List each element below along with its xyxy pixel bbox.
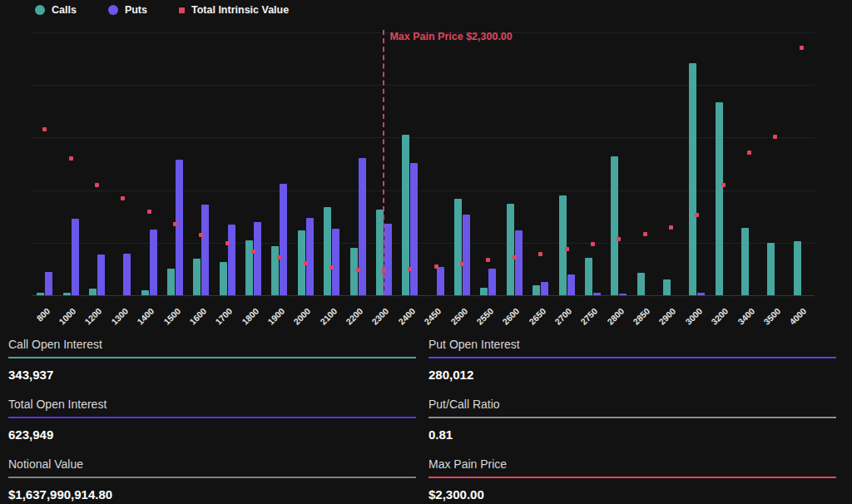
stat-value: 343,937: [8, 368, 416, 382]
call-bar-1600[interactable]: [193, 259, 201, 295]
put-bar-2750[interactable]: [593, 293, 601, 295]
bar-group-2850: [632, 32, 657, 295]
intrinsic-value-dot-2450[interactable]: [434, 264, 438, 269]
put-bar-2200[interactable]: [359, 158, 366, 295]
summary-stats: Call Open Interest343,937Put Open Intere…: [0, 333, 852, 504]
call-bar-2100[interactable]: [324, 207, 331, 295]
intrinsic-value-dot-2100[interactable]: [329, 265, 334, 269]
intrinsic-value-dot-2650[interactable]: [538, 252, 542, 256]
put-bar-2450[interactable]: [437, 267, 444, 295]
intrinsic-value-dot-4000[interactable]: [800, 46, 804, 50]
intrinsic-value-dot-2900[interactable]: [669, 225, 673, 230]
call-bar-2850[interactable]: [637, 273, 645, 295]
intrinsic-value-dot-2750[interactable]: [591, 242, 595, 246]
call-bar-2500[interactable]: [454, 199, 462, 295]
call-bar-3500[interactable]: [767, 243, 775, 295]
intrinsic-value-dot-2850[interactable]: [643, 232, 647, 236]
put-bar-2500[interactable]: [463, 215, 470, 295]
call-bar-2800[interactable]: [611, 156, 618, 295]
bar-group-3500: [762, 32, 788, 295]
call-bar-3400[interactable]: [741, 228, 749, 295]
intrinsic-value-dot-1600[interactable]: [199, 233, 203, 237]
put-bar-1400[interactable]: [150, 230, 157, 295]
bar-group-1500: [162, 32, 188, 295]
put-bar-1500[interactable]: [176, 160, 183, 295]
call-bar-1900[interactable]: [271, 246, 279, 295]
intrinsic-value-dot-3200[interactable]: [721, 183, 726, 187]
call-bar-1000[interactable]: [63, 293, 71, 295]
intrinsic-value-dot-1400[interactable]: [147, 210, 151, 214]
call-bar-4000[interactable]: [794, 241, 801, 295]
call-bar-2600[interactable]: [507, 204, 514, 295]
put-bar-2000[interactable]: [306, 218, 314, 295]
stat-label: Put/Call Ratio: [428, 398, 836, 411]
call-bar-1400[interactable]: [141, 290, 149, 295]
stat-label: Call Open Interest: [8, 338, 416, 351]
legend-item-total-intrinsic-value[interactable]: Total Intrinsic Value: [179, 4, 289, 16]
intrinsic-value-dot-3000[interactable]: [695, 213, 699, 217]
put-bar-2550[interactable]: [488, 269, 496, 295]
call-bar-1200[interactable]: [89, 289, 97, 295]
bar-group-2200: [344, 32, 370, 295]
put-bar-800[interactable]: [45, 272, 52, 295]
x-axis-tick-2450: 2450: [422, 306, 443, 327]
open-interest-chart: CallsPutsTotal Intrinsic Value 0010k100M…: [0, 0, 852, 333]
intrinsic-value-dot-3400[interactable]: [747, 151, 751, 155]
stat-value: $2,300.00: [428, 487, 836, 502]
call-bar-2900[interactable]: [663, 279, 671, 295]
intrinsic-value-dot-800[interactable]: [42, 127, 47, 131]
legend-item-puts[interactable]: Puts: [108, 4, 147, 16]
put-bar-1900[interactable]: [280, 184, 287, 295]
call-bar-2750[interactable]: [585, 258, 592, 295]
intrinsic-value-dot-2600[interactable]: [513, 255, 517, 259]
call-bar-3200[interactable]: [716, 102, 723, 295]
intrinsic-value-dot-2550[interactable]: [486, 258, 490, 262]
bar-group-2800: [606, 32, 632, 295]
put-bar-1600[interactable]: [201, 205, 209, 295]
bar-group-2700: [553, 32, 579, 295]
intrinsic-value-dot-1900[interactable]: [277, 255, 281, 259]
x-axis-tick-3500: 3500: [761, 306, 782, 327]
call-bar-2400[interactable]: [402, 135, 409, 295]
intrinsic-value-dot-1200[interactable]: [95, 183, 99, 187]
put-bar-2300[interactable]: [384, 224, 392, 295]
legend-item-calls[interactable]: Calls: [35, 4, 77, 16]
intrinsic-value-dot-1500[interactable]: [173, 222, 177, 226]
intrinsic-value-dot-3500[interactable]: [773, 135, 777, 139]
call-bar-2550[interactable]: [480, 288, 488, 295]
intrinsic-value-dot-2400[interactable]: [408, 267, 412, 271]
call-bar-3000[interactable]: [689, 63, 696, 295]
put-bar-1300[interactable]: [123, 254, 131, 295]
call-bar-1700[interactable]: [220, 262, 227, 295]
bar-group-3400: [736, 32, 762, 295]
intrinsic-value-dot-1800[interactable]: [251, 250, 255, 254]
call-bar-1500[interactable]: [167, 269, 175, 295]
intrinsic-value-dot-2200[interactable]: [356, 268, 360, 272]
intrinsic-value-dot-1300[interactable]: [121, 196, 125, 200]
x-axis-tick-1400: 1400: [135, 306, 156, 327]
put-bar-2700[interactable]: [567, 274, 575, 295]
bar-group-1300: [110, 32, 136, 295]
intrinsic-value-dot-2000[interactable]: [304, 261, 308, 265]
put-bar-1000[interactable]: [72, 219, 79, 295]
call-bar-2700[interactable]: [559, 195, 567, 295]
intrinsic-value-dot-2500[interactable]: [460, 262, 464, 266]
put-bar-1700[interactable]: [228, 225, 235, 295]
intrinsic-value-dot-2700[interactable]: [565, 247, 569, 251]
put-bar-2800[interactable]: [619, 294, 627, 295]
put-bar-2650[interactable]: [541, 282, 548, 295]
put-bar-2400[interactable]: [410, 163, 418, 295]
intrinsic-value-dot-1700[interactable]: [225, 241, 230, 245]
put-bar-1200[interactable]: [97, 254, 105, 295]
intrinsic-value-dot-2800[interactable]: [617, 237, 621, 241]
put-bar-2100[interactable]: [332, 229, 339, 295]
call-bar-800[interactable]: [37, 293, 44, 295]
max-pain-annotation: Max Pain Price $2,300.00: [389, 31, 512, 42]
put-bar-1800[interactable]: [254, 222, 261, 295]
bar-group-2550: [475, 32, 501, 295]
put-bar-2600[interactable]: [515, 230, 523, 295]
put-bar-3000[interactable]: [697, 293, 705, 295]
plot-area: 0010k100M20k200M30k300M40k400M50k500M800…: [32, 33, 815, 296]
call-bar-2650[interactable]: [532, 285, 540, 295]
intrinsic-value-dot-1000[interactable]: [69, 156, 73, 161]
